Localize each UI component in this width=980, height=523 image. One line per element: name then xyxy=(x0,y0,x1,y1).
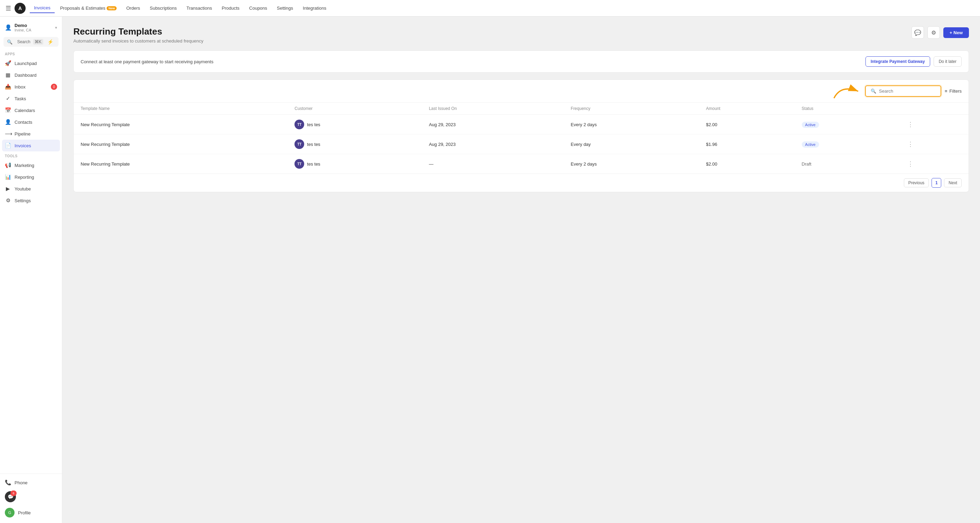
cell-more[interactable]: ⋮ xyxy=(900,115,969,135)
gateway-actions: Integrate Payment Gateway Do it later xyxy=(865,56,962,67)
customer-name: tes tes xyxy=(307,162,320,166)
sidebar-item-dashboard[interactable]: ▦ Dashboard xyxy=(0,69,62,81)
hamburger-icon[interactable]: ☰ xyxy=(6,5,11,12)
sidebar-item-inbox[interactable]: 📥 Inbox 0 xyxy=(0,81,62,93)
cell-last-issued: Aug 29, 2023 xyxy=(422,135,564,154)
arrow-annotation xyxy=(830,81,865,101)
table-card: 🔍 ≡ Filters Template Name Customer Last … xyxy=(73,79,969,192)
col-actions xyxy=(900,103,969,115)
cell-amount: $2.00 xyxy=(699,115,794,135)
nav-products[interactable]: Products xyxy=(218,3,243,13)
table-toolbar: 🔍 ≡ Filters xyxy=(74,80,969,103)
col-amount: Amount xyxy=(699,103,794,115)
sidebar-item-invoices[interactable]: 📄 Invoices xyxy=(2,139,60,151)
new-button[interactable]: + New xyxy=(943,27,969,38)
do-it-later-button[interactable]: Do it later xyxy=(934,56,962,67)
sidebar-item-calendars[interactable]: 📅 Calendars xyxy=(0,105,62,116)
youtube-icon: ▶ xyxy=(5,185,11,192)
cell-status: Active xyxy=(795,135,900,154)
cell-frequency: Every day xyxy=(564,135,699,154)
user-icon: 👤 xyxy=(5,24,12,31)
search-input[interactable] xyxy=(879,89,936,94)
customer-name: tes tes xyxy=(307,122,320,127)
cell-customer: TT tes tes xyxy=(288,154,422,174)
previous-page-button[interactable]: Previous xyxy=(904,178,929,187)
page-header: Recurring Templates Automatically send i… xyxy=(73,26,969,44)
inbox-badge: 0 xyxy=(51,84,57,90)
main-content: Recurring Templates Automatically send i… xyxy=(62,17,980,523)
nav-settings[interactable]: Settings xyxy=(273,3,297,13)
launchpad-icon: 🚀 xyxy=(5,60,11,67)
invoices-icon: 📄 xyxy=(5,143,11,149)
sidebar-item-phone[interactable]: 📞 Phone xyxy=(0,477,62,488)
cell-amount: $1.96 xyxy=(699,135,794,154)
cell-more[interactable]: ⋮ xyxy=(900,135,969,154)
more-options-icon[interactable]: ⋮ xyxy=(907,141,913,147)
nav-invoices[interactable]: Invoices xyxy=(30,3,55,13)
cell-amount: $2.00 xyxy=(699,154,794,174)
search-label: Search xyxy=(17,40,30,44)
more-options-icon[interactable]: ⋮ xyxy=(907,160,913,167)
settings-icon: ⚙ xyxy=(5,197,11,204)
sidebar: 👤 Demo Irvine, CA ▾ 🔍 Search ⌘K ⚡ Apps 🚀… xyxy=(0,17,62,523)
sidebar-item-profile[interactable]: G Profile xyxy=(0,505,62,520)
status-badge: Draft xyxy=(802,162,811,166)
templates-table: Template Name Customer Last Issued On Fr… xyxy=(74,103,969,174)
search-input-wrapper[interactable]: 🔍 xyxy=(865,86,941,97)
pagination: Previous 1 Next xyxy=(74,174,969,192)
sidebar-item-notifications[interactable]: 💬 6 xyxy=(0,488,62,505)
cell-last-issued: — xyxy=(422,154,564,174)
cell-frequency: Every 2 days xyxy=(564,115,699,135)
search-icon: 🔍 xyxy=(871,89,876,94)
sidebar-item-marketing[interactable]: 📢 Marketing xyxy=(0,159,62,171)
inbox-icon: 📥 xyxy=(5,84,11,90)
sidebar-bottom: 📞 Phone 💬 6 G Profile xyxy=(0,474,62,520)
customer-avatar: TT xyxy=(294,139,304,149)
reporting-icon: 📊 xyxy=(5,174,11,180)
cell-more[interactable]: ⋮ xyxy=(900,154,969,174)
sidebar-item-contacts[interactable]: 👤 Contacts xyxy=(0,116,62,128)
settings-button[interactable]: ⚙ xyxy=(928,26,940,39)
gateway-banner: Connect at least one payment gateway to … xyxy=(73,51,969,73)
sidebar-item-launchpad[interactable]: 🚀 Launchpad xyxy=(0,57,62,69)
cell-status: Draft xyxy=(795,154,900,174)
sidebar-item-youtube[interactable]: ▶ Youtube xyxy=(0,183,62,195)
search-area: 🔍 xyxy=(865,86,941,97)
col-template-name: Template Name xyxy=(74,103,288,115)
sidebar-item-tasks[interactable]: ✓ Tasks xyxy=(0,93,62,105)
nav-proposals[interactable]: Proposals & Estimates New xyxy=(56,3,121,13)
sidebar-search[interactable]: 🔍 Search ⌘K ⚡ xyxy=(3,37,59,47)
sidebar-item-reporting[interactable]: 📊 Reporting xyxy=(0,171,62,183)
sidebar-item-pipeline[interactable]: ⟶ Pipeline xyxy=(0,128,62,139)
col-last-issued: Last Issued On xyxy=(422,103,564,115)
nav-integrations[interactable]: Integrations xyxy=(299,3,331,13)
user-location: Irvine, CA xyxy=(14,28,31,32)
feedback-button[interactable]: 💬 xyxy=(912,26,924,39)
nav-transactions[interactable]: Transactions xyxy=(182,3,216,13)
sidebar-user[interactable]: 👤 Demo Irvine, CA ▾ xyxy=(0,19,62,37)
more-options-icon[interactable]: ⋮ xyxy=(907,121,913,128)
tools-section-label: Tools xyxy=(0,151,62,159)
col-frequency: Frequency xyxy=(564,103,699,115)
gear-icon: ⚙ xyxy=(931,29,936,36)
customer-name: tes tes xyxy=(307,142,320,147)
apps-section-label: Apps xyxy=(0,49,62,57)
table-row: New Recurring Template TT tes tes — Ever… xyxy=(74,154,969,174)
flash-icon: ⚡ xyxy=(48,39,55,44)
cell-frequency: Every 2 days xyxy=(564,154,699,174)
next-page-button[interactable]: Next xyxy=(944,178,962,187)
nav-coupons[interactable]: Coupons xyxy=(245,3,271,13)
nav-orders[interactable]: Orders xyxy=(122,3,144,13)
cell-status: Active xyxy=(795,115,900,135)
user-name: Demo xyxy=(14,23,31,28)
cell-last-issued: Aug 29, 2023 xyxy=(422,115,564,135)
col-status: Status xyxy=(795,103,900,115)
integrate-payment-button[interactable]: Integrate Payment Gateway xyxy=(865,56,930,67)
cell-customer: TT tes tes xyxy=(288,135,422,154)
nav-subscriptions[interactable]: Subscriptions xyxy=(146,3,181,13)
current-page[interactable]: 1 xyxy=(932,178,941,188)
filters-button[interactable]: ≡ Filters xyxy=(945,89,962,94)
gateway-text: Connect at least one payment gateway to … xyxy=(81,59,213,64)
pipeline-icon: ⟶ xyxy=(5,131,11,137)
sidebar-item-settings[interactable]: ⚙ Settings xyxy=(0,195,62,206)
